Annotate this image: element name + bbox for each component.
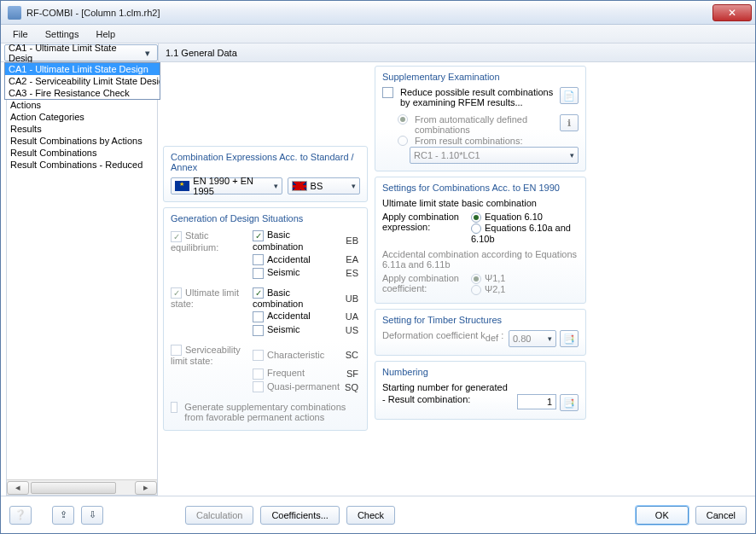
kdef-pick-button[interactable]: 📑 xyxy=(560,330,579,347)
tree-node-rc-reduced[interactable]: Result Combinations - Reduced xyxy=(10,159,154,171)
navigator-tree[interactable]: Actions Action Categories Results Result… xyxy=(7,67,157,479)
reduce-checkbox[interactable] xyxy=(382,87,393,98)
start-label: Starting number for generated xyxy=(382,382,579,392)
calculation-button[interactable]: Calculation xyxy=(185,506,253,525)
standard-dropdown[interactable]: EN 1990 + EN 1995 ▾ xyxy=(171,177,282,194)
chevron-down-icon: ▾ xyxy=(274,182,278,190)
rc-dropdown: RC1 - 1.10*LC1 ▾ xyxy=(410,147,579,164)
ua-checkbox[interactable] xyxy=(253,311,264,322)
case-option-ca1[interactable]: CA1 - Ultimate Limit State Design xyxy=(5,63,160,75)
rc-number-input[interactable] xyxy=(517,394,556,409)
rc-value: RC1 - 1.10*LC1 xyxy=(414,150,480,160)
group-title: Combination Expressions Acc. to Standard… xyxy=(171,152,360,172)
kdef-dropdown[interactable]: 0.80 ▾ xyxy=(509,330,556,347)
code-eb: EB xyxy=(341,235,358,246)
rc-number-pick-button[interactable]: 📑 xyxy=(560,394,579,411)
tree-node-rc[interactable]: Result Combinations xyxy=(10,147,154,159)
ok-button[interactable]: OK xyxy=(636,506,689,525)
auto-comb-label: From automatically defined combinations xyxy=(415,114,556,135)
eq610-radio[interactable] xyxy=(471,212,481,223)
footer: ❔ ⇪ ⇩ Calculation Coefficients... Check … xyxy=(1,496,755,533)
toolbar: CA1 - Ultimate Limit State Desig ▾ 1.1 G… xyxy=(1,44,755,62)
es-checkbox[interactable] xyxy=(253,268,264,279)
sf-checkbox xyxy=(253,369,264,380)
tree-hscrollbar[interactable]: ◂ ▸ xyxy=(7,479,157,495)
chevron-down-icon: ▾ xyxy=(570,151,574,160)
menubar: File Settings Help xyxy=(1,25,755,44)
info-button[interactable]: ℹ xyxy=(560,114,579,131)
code-sc: SC xyxy=(341,343,358,360)
acc-note: Accidental combination according to Equa… xyxy=(382,249,579,270)
code-sq: SQ xyxy=(341,382,358,392)
close-button[interactable]: ✕ xyxy=(712,4,752,21)
check-button[interactable]: Check xyxy=(346,506,395,525)
group-generation-situations: Generation of Design Situations Static e… xyxy=(163,207,368,431)
us-checkbox[interactable] xyxy=(253,325,264,336)
group-numbering: Numbering Starting number for generated … xyxy=(375,361,586,420)
standard-value: EN 1990 + EN 1995 xyxy=(193,176,273,196)
code-us: US xyxy=(341,325,358,335)
annex-value: BS xyxy=(311,181,323,191)
coefficients-button[interactable]: Coefficients... xyxy=(260,506,339,525)
group-title: Numbering xyxy=(382,367,579,377)
import-icon-button[interactable]: ⇪ xyxy=(52,506,74,525)
right-column: Supplementary Examination Reduce possibl… xyxy=(375,66,586,496)
navigator-pane: Actions Action Categories Results Result… xyxy=(6,66,158,496)
tree-node-action-categories[interactable]: Action Categories xyxy=(10,111,154,123)
chevron-down-icon: ▾ xyxy=(142,47,154,59)
kdef-value: 0.80 xyxy=(513,334,531,344)
export-icon-button[interactable]: ⇩ xyxy=(81,506,103,525)
menu-help[interactable]: Help xyxy=(89,27,122,41)
scroll-thumb[interactable] xyxy=(31,482,116,494)
far-column xyxy=(593,66,719,496)
body: Actions Action Categories Results Result… xyxy=(1,62,755,496)
help-icon-button[interactable]: ❔ xyxy=(9,506,32,525)
from-rc-radio xyxy=(398,136,408,146)
details-button[interactable]: 📄 xyxy=(560,87,579,104)
sls-checkbox xyxy=(171,345,182,356)
apply-coef-label: Apply combination coefficient: xyxy=(382,273,468,293)
eb-checkbox[interactable] xyxy=(253,230,264,241)
code-sf: SF xyxy=(341,369,358,379)
uk-flag-icon xyxy=(292,181,307,191)
uls-basic-label: Ultimate limit state basic combination xyxy=(382,198,579,208)
reduce-label: Reduce possible result combinations by e… xyxy=(400,87,556,107)
scroll-left-icon[interactable]: ◂ xyxy=(7,481,29,495)
code-es: ES xyxy=(341,268,358,278)
tree-node-results[interactable]: Results xyxy=(10,123,154,135)
suppl-comb-label: Generate supplementary combinations from… xyxy=(184,402,360,422)
auto-comb-radio xyxy=(398,114,408,125)
menu-settings[interactable]: Settings xyxy=(38,27,86,41)
content: Combination Expressions Acc. to Standard… xyxy=(163,66,750,496)
uls-checkbox xyxy=(171,287,182,299)
case-option-ca2[interactable]: CA2 - Serviceability Limit State Design xyxy=(5,75,160,87)
psi21-radio xyxy=(471,285,481,295)
left-column: Combination Expressions Acc. to Standard… xyxy=(163,66,368,496)
tree-node-rc-actions[interactable]: Result Combinations by Actions xyxy=(10,135,154,147)
sq-checkbox xyxy=(253,381,264,392)
window-title: RF-COMBI - [Column 1.clm.rh2] xyxy=(26,8,709,18)
titlebar[interactable]: RF-COMBI - [Column 1.clm.rh2] ✕ xyxy=(1,1,755,25)
static-eq-checkbox xyxy=(171,231,182,242)
group-title: Settings for Combinations Acc. to EN 199… xyxy=(382,183,579,193)
tree-node-actions[interactable]: Actions xyxy=(10,99,154,111)
group-title: Supplementary Examination xyxy=(382,72,579,82)
cancel-button[interactable]: Cancel xyxy=(695,506,747,525)
group-timber: Setting for Timber Structures Deformatio… xyxy=(375,309,586,356)
case-option-ca3[interactable]: CA3 - Fire Resistance Check xyxy=(5,87,160,99)
case-combo[interactable]: CA1 - Ultimate Limit State Desig ▾ xyxy=(4,44,158,61)
ub-checkbox[interactable] xyxy=(253,287,264,299)
code-ea: EA xyxy=(341,254,358,264)
eq610ab-radio[interactable] xyxy=(471,223,481,234)
ea-checkbox[interactable] xyxy=(253,254,264,265)
group-settings-en1990: Settings for Combinations Acc. to EN 199… xyxy=(375,177,586,304)
case-dropdown[interactable]: CA1 - Ultimate Limit State Design CA2 - … xyxy=(4,62,160,100)
annex-dropdown[interactable]: BS ▾ xyxy=(288,177,360,194)
group-title: Generation of Design Situations xyxy=(171,213,360,223)
chevron-down-icon: ▾ xyxy=(548,334,552,343)
menu-file[interactable]: File xyxy=(6,27,35,41)
from-rc-label: From result combinations: xyxy=(415,136,579,146)
group-combination-expressions: Combination Expressions Acc. to Standard… xyxy=(163,146,368,202)
scroll-right-icon[interactable]: ▸ xyxy=(135,481,157,495)
group-supplementary-examination: Supplementary Examination Reduce possibl… xyxy=(375,66,586,171)
